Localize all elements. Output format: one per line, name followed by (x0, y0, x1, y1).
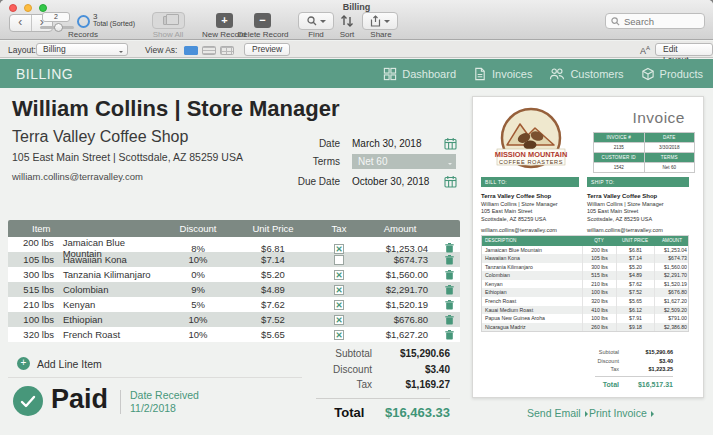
layout-dropdown[interactable]: Billing (36, 43, 128, 56)
previous-record-button[interactable]: ‹ (10, 15, 31, 31)
preview-line-items-table: DESCRIPTION QTY UNIT PRICE AMOUNT Jamaic… (481, 235, 689, 332)
preview-item-description: Kenyan (482, 280, 582, 289)
col-header-unit-price: Unit Price (230, 223, 316, 234)
preview-button[interactable]: Preview (244, 43, 290, 56)
delete-record-button[interactable]: − (254, 13, 271, 28)
tax-checkbox[interactable] (334, 285, 344, 295)
tax-label: Tax (300, 379, 372, 390)
search-input[interactable] (624, 16, 699, 27)
line-item-row[interactable]: 300 lbs Tanzania Kilimanjaro 0% $5.20 $1… (8, 267, 460, 282)
text-size-icon[interactable]: AA (640, 45, 650, 56)
found-set-pie-icon[interactable] (77, 15, 90, 28)
item-unit-price: $7.62 (230, 299, 316, 310)
new-record-button[interactable]: + (216, 13, 233, 28)
item-amount: $676.80 (362, 314, 438, 325)
delete-line-item-button[interactable] (438, 255, 460, 265)
preview-total-value: $16,517.31 (627, 381, 673, 388)
table-view-button[interactable] (220, 46, 234, 55)
due-date-field[interactable]: October 30, 2018 (352, 176, 429, 187)
ship-to-contact: William Collins | Store Manager (587, 201, 689, 209)
preview-table-row: Hawaiian Kona 105 lbs $7.14 $674.73 (482, 254, 688, 263)
products-box-icon (641, 67, 655, 81)
terms-dropdown[interactable]: Net 60 (352, 154, 456, 169)
customer-id-value: 1542 (594, 163, 644, 172)
terms-value: Net 60 (358, 156, 387, 167)
nav-item-customers[interactable]: Customers (549, 67, 623, 81)
line-item-row[interactable]: 515 lbs Colombian 9% $4.89 $2,291.70 (8, 282, 460, 297)
delete-line-item-button[interactable] (438, 315, 460, 325)
preview-table-row: Tanzania Kilimanjaro 300 lbs $5.20 $1,56… (482, 263, 688, 272)
layout-dropdown-value: Billing (43, 44, 66, 54)
line-item-row[interactable]: 100 lbs Ethiopian 10% $7.52 $676.80 (8, 312, 460, 327)
records-label: Records (48, 30, 118, 39)
preview-item-qty: 300 lbs (582, 263, 616, 272)
date-received-value[interactable]: 11/2/2018 (130, 402, 199, 415)
preview-item-unit-price: $9.18 (616, 323, 654, 332)
item-quantity: 320 lbs (8, 329, 54, 340)
find-button[interactable] (298, 12, 334, 30)
nav-item-invoices[interactable]: Invoices (473, 67, 532, 81)
tax-checkbox[interactable] (334, 330, 344, 340)
preview-item-qty: 410 lbs (582, 306, 616, 315)
preview-item-unit-price: $5.20 (616, 263, 654, 272)
tax-checkbox[interactable] (334, 270, 344, 280)
list-view-button[interactable] (202, 46, 216, 55)
sort-label: Sort (336, 30, 358, 39)
arrow-right-icon (651, 411, 657, 417)
add-line-item-button[interactable]: + Add Line Item (17, 357, 102, 370)
tax-checkbox[interactable] (334, 300, 344, 310)
nav-item-products[interactable]: Products (641, 67, 703, 81)
line-item-row[interactable]: 320 lbs French Roast 10% $5.65 $1,627.20 (8, 327, 460, 342)
preview-item-qty: 100 lbs (582, 314, 616, 323)
paid-status-button[interactable] (13, 386, 43, 416)
delete-line-item-button[interactable] (438, 243, 460, 253)
invoice-document-icon (473, 67, 487, 81)
line-item-row[interactable]: 210 lbs Kenyan 5% $7.62 $1,520.19 (8, 297, 460, 312)
form-view-button[interactable] (184, 46, 198, 55)
preview-table-row: Nicaragua Madriz 260 lbs $9.18 $2,386.80 (482, 323, 688, 332)
line-item-row[interactable]: 200 lbs Jamaican Blue Mountain 8% $6.81 … (8, 237, 460, 252)
preview-totals: Subtotal $15,290.66 Discount $3.40 Tax $… (575, 349, 673, 391)
window-titlebar: Billing ‹ › 2 3 Total (Sorted) Records S… (0, 0, 713, 40)
nav-item-dashboard[interactable]: Dashboard (383, 67, 456, 81)
delete-line-item-button[interactable] (438, 300, 460, 310)
tax-checkbox[interactable] (334, 255, 344, 265)
preview-table-header: DESCRIPTION QTY UNIT PRICE AMOUNT (482, 236, 688, 246)
sort-button[interactable] (340, 14, 354, 28)
window-title: Billing (0, 2, 713, 12)
line-item-row[interactable]: 105 lbs Hawaiian Kona 10% $7.14 $674.73 (8, 252, 460, 267)
find-label: Find (305, 30, 327, 39)
edit-layout-button[interactable]: Edit Layout (655, 43, 713, 56)
calendar-icon[interactable] (444, 175, 457, 188)
bill-to-city: Scottsdale, AZ 85259 USA (481, 216, 579, 224)
add-line-item-label: Add Line Item (37, 358, 102, 370)
item-name: Tanzania Kilimanjaro (63, 269, 151, 280)
record-slider[interactable] (40, 26, 74, 29)
show-all-button[interactable] (152, 12, 185, 29)
tax-checkbox[interactable] (334, 315, 344, 325)
share-button[interactable] (362, 12, 398, 30)
delete-line-item-button[interactable] (438, 330, 460, 340)
record-total-count: 3 (93, 13, 135, 20)
preview-item-qty: 105 lbs (582, 254, 616, 263)
invoice-info-table: INVOICE # DATE 2135 3/30/2018 CUSTOMER I… (593, 132, 695, 173)
show-all-label: Show All (146, 30, 190, 39)
line-items-header: Item Discount Unit Price Tax Amount (8, 220, 460, 237)
bill-to-email: william.collins@terravalley.com (481, 227, 579, 235)
preview-item-amount: $1,253.04 (654, 246, 690, 255)
tax-checkbox[interactable] (334, 244, 344, 254)
send-email-link[interactable]: Send Email (527, 407, 591, 419)
calendar-icon[interactable] (444, 137, 457, 150)
delete-line-item-button[interactable] (438, 270, 460, 280)
preview-subtotal-label: Subtotal (575, 349, 619, 355)
customer-id-header: CUSTOMER ID (594, 153, 644, 162)
preview-item-amount: $676.80 (654, 288, 690, 297)
item-discount: 10% (166, 329, 230, 340)
preview-item-description: French Roast (482, 297, 582, 306)
preview-item-unit-price: $7.14 (616, 254, 654, 263)
contact-email[interactable]: william.collins@terravalley.com (12, 171, 143, 182)
preview-item-unit-price: $4.89 (616, 271, 654, 280)
date-field[interactable]: March 30, 2018 (352, 138, 422, 149)
delete-line-item-button[interactable] (438, 285, 460, 295)
print-invoice-link[interactable]: Print Invoice (589, 407, 657, 419)
